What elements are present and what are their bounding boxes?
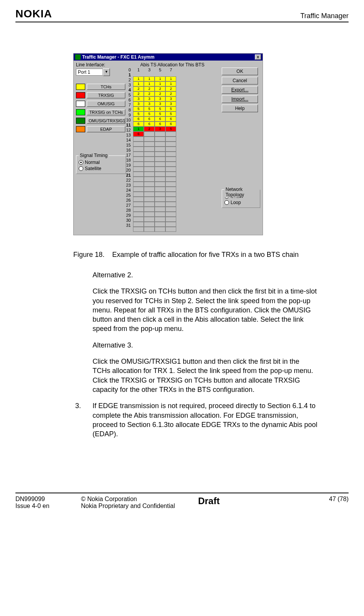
alloc-cell[interactable]	[165, 197, 176, 202]
alloc-cell[interactable]	[155, 177, 165, 182]
alloc-cell[interactable]	[144, 187, 155, 192]
alloc-cell[interactable]: 2	[144, 127, 155, 132]
alloc-cell[interactable]: 2	[165, 91, 176, 96]
alloc-cell[interactable]: 1	[155, 76, 165, 81]
alloc-cell[interactable]	[165, 222, 176, 227]
alloc-cell[interactable]: 3	[165, 101, 176, 106]
legend-item[interactable]: TRXSIG on TCHs	[76, 109, 126, 115]
ok-button[interactable]: OK	[222, 68, 258, 75]
alloc-cell[interactable]	[155, 182, 165, 187]
alloc-cell[interactable]	[133, 172, 144, 177]
alloc-cell[interactable]: 1	[144, 81, 155, 86]
help-button[interactable]: Help	[222, 105, 258, 112]
alloc-cell[interactable]: 2	[144, 91, 155, 96]
alloc-cell[interactable]	[165, 177, 176, 182]
alloc-cell[interactable]	[155, 157, 165, 162]
alloc-cell[interactable]	[155, 132, 165, 137]
alloc-cell[interactable]	[165, 132, 176, 137]
alloc-cell[interactable]	[155, 187, 165, 192]
line-interface-combo[interactable]: Port 1 ▼	[76, 68, 126, 76]
alloc-cell[interactable]	[155, 197, 165, 202]
alloc-cell[interactable]	[144, 182, 155, 187]
legend-item[interactable]: OMUSIG/TRXSIG1	[76, 118, 126, 124]
alloc-cell[interactable]	[155, 152, 165, 157]
alloc-cell[interactable]	[133, 192, 144, 197]
alloc-cell[interactable]	[133, 72, 143, 76]
alloc-cell[interactable]: 2	[165, 86, 176, 91]
alloc-cell[interactable]	[155, 172, 165, 177]
alloc-cell[interactable]: 2	[155, 86, 165, 91]
alloc-cell[interactable]: 5	[165, 127, 176, 132]
alloc-cell[interactable]	[144, 217, 155, 222]
alloc-cell[interactable]	[133, 187, 144, 192]
alloc-cell[interactable]: 1	[155, 81, 165, 86]
alloc-cell[interactable]	[155, 192, 165, 197]
alloc-cell[interactable]	[155, 147, 165, 152]
export-button[interactable]: Export...	[222, 86, 258, 94]
alloc-cell[interactable]: 5	[144, 111, 155, 116]
alloc-cell[interactable]	[155, 137, 165, 142]
alloc-cell[interactable]	[133, 182, 144, 187]
alloc-cell[interactable]: 6	[144, 116, 155, 122]
alloc-cell[interactable]	[144, 212, 155, 217]
alloc-cell[interactable]	[155, 162, 165, 167]
alloc-cell[interactable]: 3	[133, 101, 144, 106]
alloc-cell[interactable]	[144, 162, 155, 167]
alloc-cell[interactable]: 3	[144, 96, 155, 101]
alloc-cell[interactable]	[165, 227, 176, 232]
alloc-cell[interactable]	[155, 207, 165, 212]
legend-item[interactable]: EDAP	[76, 126, 126, 132]
alloc-cell[interactable]: 3	[155, 96, 165, 101]
alloc-cell[interactable]	[144, 222, 155, 227]
alloc-cell[interactable]	[133, 157, 144, 162]
alloc-cell[interactable]: 6	[133, 116, 144, 122]
alloc-cell[interactable]	[155, 227, 165, 232]
alloc-cell[interactable]	[144, 142, 155, 147]
radio-satellite[interactable]: Satellite	[79, 166, 123, 171]
import-button[interactable]: Import...	[222, 95, 258, 103]
alloc-cell[interactable]: 6	[144, 122, 155, 127]
alloc-cell[interactable]	[133, 207, 144, 212]
alloc-cell[interactable]: 2	[155, 91, 165, 96]
alloc-cell[interactable]	[144, 202, 155, 207]
alloc-cell[interactable]: 5	[165, 106, 176, 111]
alloc-cell[interactable]: 6	[165, 116, 176, 122]
alloc-cell[interactable]: 5	[133, 106, 144, 111]
alloc-cell[interactable]	[133, 222, 144, 227]
alloc-cell[interactable]	[144, 132, 155, 137]
alloc-cell[interactable]	[144, 167, 155, 172]
alloc-cell[interactable]	[143, 72, 153, 76]
legend-item[interactable]: TCHs	[76, 84, 126, 90]
alloc-cell[interactable]	[165, 207, 176, 212]
alloc-cell[interactable]: 1	[144, 76, 155, 81]
alloc-cell[interactable]	[155, 222, 165, 227]
alloc-cell[interactable]	[155, 202, 165, 207]
alloc-cell[interactable]	[133, 162, 144, 167]
alloc-cell[interactable]: 5	[155, 106, 165, 111]
legend-item[interactable]: OMUSIG	[76, 101, 126, 107]
alloc-cell[interactable]	[133, 177, 144, 182]
alloc-cell[interactable]: 3	[165, 96, 176, 101]
alloc-cell[interactable]: 3	[155, 127, 165, 132]
alloc-cell[interactable]: 1	[133, 81, 144, 86]
alloc-cell[interactable]: 1	[133, 127, 144, 132]
alloc-cell[interactable]: 1	[165, 76, 176, 81]
alloc-cell[interactable]: 6	[165, 122, 176, 127]
alloc-cell[interactable]	[155, 212, 165, 217]
alloc-cell[interactable]: 1	[133, 76, 144, 81]
alloc-cell[interactable]: 3	[155, 101, 165, 106]
alloc-cell[interactable]	[165, 202, 176, 207]
legend-item[interactable]: TRXSIG	[76, 92, 126, 98]
alloc-cell[interactable]: 2	[133, 91, 144, 96]
alloc-cell[interactable]: 6	[155, 116, 165, 122]
alloc-cell[interactable]	[133, 227, 144, 232]
alloc-cell[interactable]	[144, 197, 155, 202]
alloc-cell[interactable]	[165, 162, 176, 167]
alloc-cell[interactable]	[165, 137, 176, 142]
alloc-cell[interactable]	[133, 197, 144, 202]
close-icon[interactable]: x	[255, 54, 261, 60]
alloc-cell[interactable]	[155, 142, 165, 147]
alloc-cell[interactable]	[155, 167, 165, 172]
alloc-cell[interactable]	[144, 152, 155, 157]
alloc-cell[interactable]	[165, 167, 176, 172]
